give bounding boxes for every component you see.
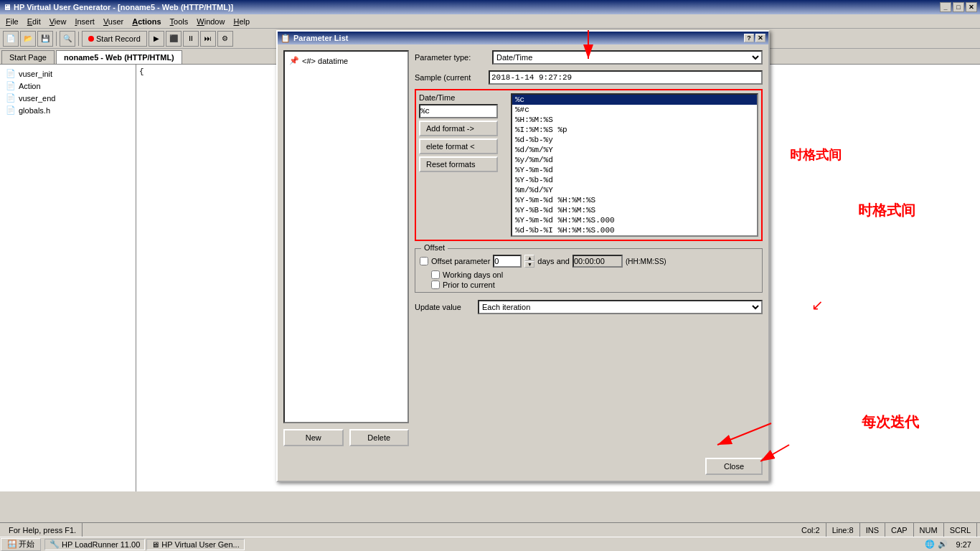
taskbar-item-icon-vug: 🖥 xyxy=(151,540,159,549)
offset-param-label: Offset parameter xyxy=(431,257,490,265)
delete-format-button[interactable]: elete format < xyxy=(419,138,498,154)
tree-item-label: vuser_end xyxy=(19,94,55,103)
format-list-item-13[interactable]: %d-%b-%I %H:%M:%S.000 xyxy=(512,225,757,235)
reset-formats-button[interactable]: Reset formats xyxy=(419,156,498,172)
new-button[interactable]: 📄 xyxy=(3,31,19,47)
prior-to-current-row: Prior to current xyxy=(431,281,758,289)
format-list-item-6[interactable]: %y/%m/%d xyxy=(512,155,757,165)
tab-main[interactable]: noname5 - Web (HTTP/HTML) xyxy=(56,50,182,64)
datetime-controls: Date/Time Add format -> elete format < R… xyxy=(419,93,505,172)
prior-to-current-checkbox[interactable] xyxy=(431,281,440,289)
working-days-checkbox[interactable] xyxy=(431,270,440,279)
start-record-label: Start Record xyxy=(96,34,141,43)
param-type-select[interactable]: Date/Time File Random Number xyxy=(492,50,763,65)
param-list-item[interactable]: 📌 <#> datatime xyxy=(288,55,405,67)
play-button[interactable]: ▶ xyxy=(149,31,164,47)
param-list-panel: 📌 <#> datatime xyxy=(283,50,409,423)
num-label: NUM xyxy=(920,526,938,534)
page-icon: 📄 xyxy=(6,69,16,78)
close-window-button[interactable]: ✕ xyxy=(966,2,977,12)
update-value-select[interactable]: Each iteration Each occurrence Once xyxy=(478,300,763,314)
offset-checkbox[interactable] xyxy=(420,257,428,265)
file-tree: 📄 vuser_init 📄 Action 📄 vuser_end 📄 glob… xyxy=(0,65,136,491)
offset-title: Offset xyxy=(421,243,448,252)
tree-item-vuser-init[interactable]: 📄 vuser_init xyxy=(3,67,133,80)
scrl-label: SCRL xyxy=(950,526,971,534)
menu-view[interactable]: View xyxy=(45,16,71,27)
param-bottom-buttons: New Delete xyxy=(283,426,409,449)
offset-section: Offset Offset parameter ▲ ▼ days and (HH… xyxy=(415,248,763,293)
new-param-button[interactable]: New xyxy=(283,429,344,446)
format-list-item-12[interactable]: %Y-%m-%d %H:%M:%S.000 xyxy=(512,215,757,225)
menu-window[interactable]: Window xyxy=(192,16,229,27)
delete-param-button[interactable]: Delete xyxy=(349,429,410,446)
tree-item-label: globals.h xyxy=(19,106,50,115)
start-button[interactable]: 🪟 开始 xyxy=(1,538,41,551)
menu-vuser[interactable]: Vuser xyxy=(99,16,128,27)
dialog-help-button[interactable]: ? xyxy=(744,34,754,42)
tree-item-label: Action xyxy=(19,82,41,90)
ins-label: INS xyxy=(866,526,879,534)
format-list[interactable]: %c %#c %H:%M:%S %I:%M:%S %p %d-%b-%y %d/… xyxy=(511,93,758,237)
close-button[interactable]: Close xyxy=(705,458,763,475)
step-button[interactable]: ⏭ xyxy=(200,31,216,47)
spinner-down[interactable]: ▼ xyxy=(524,261,534,268)
start-record-button[interactable]: Start Record xyxy=(82,31,147,47)
tree-item-label: vuser_init xyxy=(19,70,52,78)
status-bar: For Help, press F1. Col:2 Line:8 INS CAP… xyxy=(0,522,980,537)
minimize-button[interactable]: _ xyxy=(940,2,951,12)
status-help: For Help, press F1. xyxy=(3,523,83,537)
format-input[interactable] xyxy=(419,104,498,118)
dialog-close-title-button[interactable]: ✕ xyxy=(755,34,765,42)
taskbar-item-vug[interactable]: 🖥 HP Virtual User Gen... xyxy=(146,539,244,550)
offset-spinner: ▲ ▼ xyxy=(524,255,534,268)
taskbar-item-label-lr: HP LoadRunner 11.00 xyxy=(62,540,140,549)
param-type-row: Parameter type: Date/Time File Random Nu… xyxy=(415,50,763,65)
format-list-item-0[interactable]: %c xyxy=(512,95,757,105)
cap-label: CAP xyxy=(891,526,908,534)
time-input[interactable] xyxy=(573,255,623,268)
status-cap: CAP xyxy=(885,523,914,537)
stop-button[interactable]: ⬛ xyxy=(166,31,182,47)
maximize-button[interactable]: □ xyxy=(953,2,964,12)
status-scrl: SCRL xyxy=(944,523,977,537)
format-list-item-9[interactable]: %m/%d/%Y xyxy=(512,185,757,195)
save-button[interactable]: 💾 xyxy=(37,31,53,47)
format-list-item-8[interactable]: %Y-%b-%d xyxy=(512,175,757,185)
tree-item-action[interactable]: 📄 Action xyxy=(3,80,133,92)
menu-edit[interactable]: Edit xyxy=(23,16,45,27)
format-list-item-10[interactable]: %Y-%m-%d %H:%M:%S xyxy=(512,195,757,205)
title-controls: _ □ ✕ xyxy=(940,2,977,12)
offset-days-input[interactable] xyxy=(493,255,522,268)
format-list-item-5[interactable]: %d/%m/%Y xyxy=(512,145,757,155)
format-list-item-11[interactable]: %Y-%B-%d %H:%M:%S xyxy=(512,205,757,215)
menu-tools[interactable]: Tools xyxy=(166,16,193,27)
format-list-item-3[interactable]: %I:%M:%S %p xyxy=(512,125,757,135)
format-list-item-7[interactable]: %Y-%m-%d xyxy=(512,165,757,175)
menu-help[interactable]: Help xyxy=(229,16,254,27)
format-list-item-2[interactable]: %H:%M:%S xyxy=(512,115,757,125)
format-list-item-4[interactable]: %d-%b-%y xyxy=(512,135,757,145)
main-title: HP Virtual User Generator - [noname5 - W… xyxy=(14,3,940,11)
tree-item-globals[interactable]: 📄 globals.h xyxy=(3,104,133,116)
update-value-row: Update value Each iteration Each occurre… xyxy=(415,300,763,314)
sample-input[interactable] xyxy=(489,70,763,85)
taskbar-item-lr[interactable]: 🔧 HP LoadRunner 11.00 xyxy=(44,539,145,550)
taskbar-tray: 🌐 🔊 9:27 xyxy=(922,540,980,549)
search-button[interactable]: 🔍 xyxy=(60,31,75,47)
tab-start-page[interactable]: Start Page xyxy=(1,50,55,64)
time-format-label: (HH:MM:SS) xyxy=(626,258,666,265)
app-icon: 🖥 xyxy=(3,3,11,11)
add-format-button[interactable]: Add format -> xyxy=(419,121,498,136)
pause-button[interactable]: ⏸ xyxy=(183,31,199,47)
tree-item-vuser-end[interactable]: 📄 vuser_end xyxy=(3,92,133,104)
menu-actions[interactable]: Actions xyxy=(128,16,165,27)
menu-insert[interactable]: Insert xyxy=(70,16,99,27)
open-button[interactable]: 📂 xyxy=(20,31,36,47)
prior-to-current-label: Prior to current xyxy=(443,281,495,289)
settings-button[interactable]: ⚙ xyxy=(217,31,233,47)
format-list-item-1[interactable]: %#c xyxy=(512,105,757,115)
menu-file[interactable]: File xyxy=(1,16,23,27)
spinner-up[interactable]: ▲ xyxy=(524,255,534,261)
tray-icon-1: 🌐 xyxy=(925,540,935,549)
